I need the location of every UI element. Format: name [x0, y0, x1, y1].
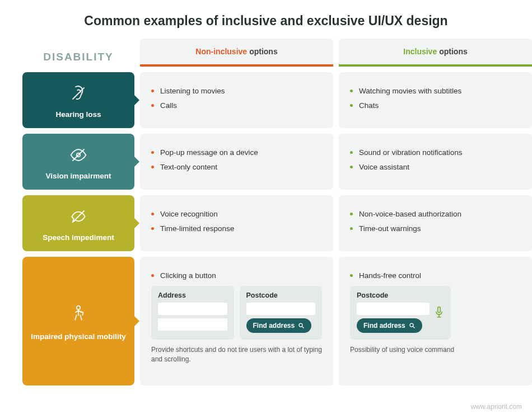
mobility-icon [67, 302, 90, 324]
noninc-caption: Provide shortcuts and do not tire users … [151, 345, 322, 364]
inclusive-header: Inclusive options [339, 39, 532, 67]
tab-vision-impairment: Vision impairment [22, 134, 134, 190]
postcode-label: Postcode [246, 291, 316, 299]
list-item: Time-out warnings [350, 223, 521, 234]
inc-cell-0: Watching movies with subtitles Chats [339, 72, 532, 128]
postcode-label-inc: Postcode [357, 291, 430, 299]
noninclusive-accent: Non-inclusive [195, 47, 247, 56]
address-input-2[interactable] [158, 318, 227, 331]
ear-off-icon [67, 82, 90, 105]
noninc-cell-3: Clicking a button Address Postcode Find … [140, 257, 333, 385]
address-input-1[interactable] [158, 303, 227, 315]
tab-impaired-mobility: Impaired physical mobility [22, 257, 134, 385]
tab-label: Vision impairment [46, 172, 111, 180]
inclusive-rest: options [439, 47, 468, 56]
tab-label: Impaired physical mobility [31, 332, 126, 341]
inc-cell-1: Sound or vibration notifications Voice a… [339, 134, 532, 190]
svg-line-3 [73, 211, 84, 222]
tab-label: Speech impediment [43, 233, 114, 242]
svg-point-7 [410, 323, 413, 327]
page-title: Common examples of inclusive and exclusi… [0, 0, 532, 39]
inclusive-accent: Inclusive [403, 47, 437, 56]
inc-cell-3: Hands-free control Postcode Find address [339, 257, 532, 385]
address-form-group: Address [151, 286, 234, 340]
inc-cell-2: Non-voice-based authorization Time-out w… [339, 195, 532, 251]
tab-label: Hearing loss [55, 110, 101, 119]
noninc-cell-0: Listening to movies Calls [140, 72, 333, 128]
svg-point-4 [77, 305, 81, 309]
list-item: Watching movies with subtitles [350, 86, 521, 97]
list-item: Voice recognition [151, 209, 322, 220]
list-item: Chats [350, 100, 521, 111]
svg-rect-9 [438, 307, 440, 313]
list-item: Listening to movies [151, 86, 322, 97]
postcode-form-group-inc: Postcode Find address [350, 286, 451, 340]
svg-point-5 [299, 323, 302, 327]
footer-credit: www.apriorit.com [471, 403, 522, 411]
button-label: Find address [363, 322, 405, 330]
list-item: Calls [151, 100, 322, 111]
search-icon [409, 322, 416, 329]
noninc-cell-1: Pop-up message on a device Text-only con… [140, 134, 333, 190]
list-item: Pop-up message on a device [151, 147, 322, 158]
speech-off-icon [67, 205, 90, 228]
microphone-icon[interactable] [434, 306, 444, 318]
postcode-input-inc[interactable] [357, 303, 430, 315]
list-item: Clicking a button [151, 270, 322, 281]
noninclusive-header: Non-inclusive options [140, 39, 333, 67]
noninclusive-rest: options [249, 47, 278, 56]
list-item: Non-voice-based authorization [350, 209, 521, 220]
svg-line-8 [413, 327, 414, 328]
find-address-button[interactable]: Find address [246, 318, 312, 333]
postcode-form-group: Postcode Find address [240, 286, 323, 340]
list-item: Sound or vibration notifications [350, 147, 521, 158]
list-item: Time-limited response [151, 223, 322, 234]
noninc-cell-2: Voice recognition Time-limited response [140, 195, 333, 251]
tab-speech-impediment: Speech impediment [22, 195, 134, 251]
svg-line-6 [302, 327, 304, 328]
find-address-button-inc[interactable]: Find address [357, 318, 422, 333]
eye-off-icon [67, 144, 90, 166]
list-item: Hands-free control [350, 270, 521, 281]
address-label: Address [158, 291, 227, 299]
tab-hearing-loss: Hearing loss [22, 72, 134, 128]
disability-header: DISABILITY [22, 39, 134, 67]
search-icon [298, 322, 305, 329]
list-item: Voice assistant [350, 162, 521, 173]
list-item: Text-only content [151, 162, 322, 173]
inc-caption: Possibility of using voice command [350, 345, 521, 355]
postcode-input[interactable] [246, 303, 316, 315]
button-label: Find address [253, 322, 295, 330]
